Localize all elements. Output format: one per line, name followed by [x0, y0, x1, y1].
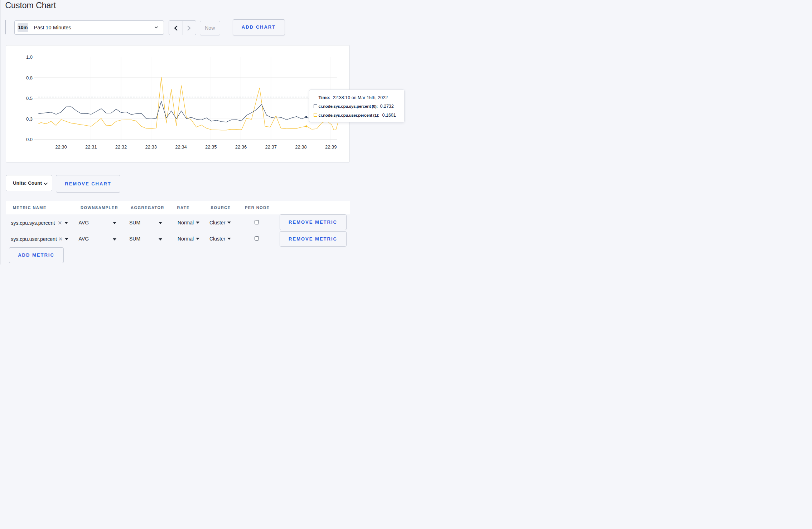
- svg-text:22:30: 22:30: [55, 144, 67, 149]
- svg-text:1.0: 1.0: [26, 54, 32, 60]
- svg-text:22:38: 22:38: [295, 144, 307, 149]
- svg-text:22:34: 22:34: [175, 144, 187, 149]
- svg-text:22:37: 22:37: [265, 144, 277, 149]
- svg-text:22:33: 22:33: [145, 144, 157, 149]
- svg-text:22:32: 22:32: [115, 144, 127, 149]
- svg-text:0.0: 0.0: [26, 137, 32, 142]
- svg-text:22:35: 22:35: [205, 144, 217, 149]
- svg-text:22:39: 22:39: [325, 144, 337, 149]
- svg-text:0.5: 0.5: [26, 96, 32, 101]
- svg-text:0.3: 0.3: [26, 116, 32, 121]
- svg-text:22:36: 22:36: [235, 144, 247, 149]
- svg-text:0.8: 0.8: [26, 75, 32, 80]
- svg-text:22:31: 22:31: [85, 144, 97, 149]
